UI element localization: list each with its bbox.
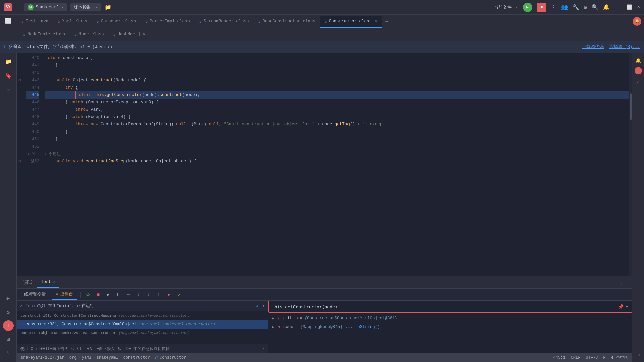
gutter-debug-453: ⛭ bbox=[17, 158, 23, 165]
path-constructor[interactable]: constructor bbox=[123, 355, 150, 360]
code-content[interactable]: return constructor; } public Object cons… bbox=[42, 53, 629, 276]
stop-button[interactable]: ■ bbox=[537, 3, 546, 12]
stack-frame-0[interactable]: construct:153, Constructor$ConstructMapp… bbox=[17, 311, 268, 320]
console-tab[interactable]: ● 控制台 bbox=[52, 289, 77, 300]
tab-streamreader-class[interactable]: ☕ StreamReader.class bbox=[195, 16, 254, 28]
menu-dots[interactable]: ⋮ bbox=[15, 4, 21, 11]
path-yaml[interactable]: yaml bbox=[82, 355, 92, 360]
var-expand-icon[interactable]: ▶ bbox=[272, 316, 274, 320]
indent-setting[interactable]: 4 个空格 bbox=[611, 355, 628, 361]
tab-composer-class[interactable]: ☕ Composer.class bbox=[92, 16, 141, 28]
var-expand-icon[interactable]: ▶ bbox=[272, 325, 274, 329]
notification-badge[interactable]: 🔔 bbox=[633, 17, 641, 26]
right-panel-btn[interactable]: ⊞ bbox=[634, 350, 643, 359]
more-actions-btn[interactable]: ⋮ bbox=[551, 4, 556, 11]
sidebar-toggle[interactable]: ⬜ bbox=[5, 18, 12, 24]
thread-dropdown-btn[interactable]: ▾ bbox=[262, 303, 265, 308]
right-checkmark-btn[interactable]: ✓ bbox=[634, 76, 643, 86]
debug-close-btn[interactable]: − bbox=[626, 280, 629, 285]
sidebar-bookmarks-btn[interactable]: 🔖 bbox=[2, 70, 14, 82]
project-selector[interactable]: SY SnakeYaml ▾ bbox=[24, 3, 67, 11]
debug-tabs-right: ⋮ − bbox=[619, 280, 629, 285]
editor-scrollbar[interactable] bbox=[629, 53, 632, 276]
tab-test-java[interactable]: ☕ Test.java bbox=[17, 16, 53, 28]
debug-pause-btn[interactable]: ⏸ bbox=[114, 291, 122, 299]
maximize-btn[interactable]: ⬜ bbox=[626, 4, 632, 10]
debug-breakpoint-btn[interactable]: ● bbox=[165, 291, 173, 299]
java-icon: ☕ bbox=[113, 32, 116, 37]
choose-source-link[interactable]: 选择源 (S)... bbox=[609, 44, 640, 50]
debug-tab-test[interactable]: Test × bbox=[37, 277, 59, 288]
tab-baseconstructor-class[interactable]: ☕ BaseConstructor.class bbox=[254, 16, 320, 28]
tab-yaml-class[interactable]: ☕ Yaml.class bbox=[53, 16, 92, 28]
hint-close-btn[interactable]: × bbox=[262, 347, 265, 351]
search-btn[interactable]: 🔍 bbox=[592, 4, 598, 11]
debug-tab-close[interactable]: × bbox=[53, 280, 55, 284]
sidebar-settings-btn[interactable]: ⚙ bbox=[2, 306, 14, 318]
thread-filter-btn[interactable]: ⊘ bbox=[255, 303, 258, 309]
path-org[interactable]: org bbox=[69, 355, 77, 360]
sidebar-more-btn[interactable]: ⋯ bbox=[2, 84, 14, 96]
tab-node-class[interactable]: ☕ Node.class bbox=[70, 29, 109, 41]
expr-dropdown-btn[interactable]: ▾ bbox=[626, 304, 628, 310]
stack-frame-1[interactable]: C construct:331, Constructor$ConstructYa… bbox=[17, 320, 268, 329]
debug-mute-btn[interactable]: ○ bbox=[175, 291, 183, 299]
debug-step-out-btn[interactable]: ↑ bbox=[155, 291, 163, 299]
gutter-icons: ⛭ ⛭ bbox=[17, 53, 23, 276]
notifications-btn[interactable]: 🔔 bbox=[603, 4, 610, 11]
tab-hashmap-java[interactable]: ☕ HashMap.java bbox=[109, 29, 153, 41]
frame-debug-icon: C bbox=[21, 323, 23, 326]
tools-btn[interactable]: 🔧 bbox=[573, 4, 579, 11]
path-class[interactable]: Constructor bbox=[160, 355, 186, 360]
expression-input[interactable] bbox=[272, 304, 618, 309]
download-source-link[interactable]: 下载源代码 bbox=[582, 44, 604, 50]
pin-expression-btn[interactable]: 📌 bbox=[618, 304, 624, 310]
folder-btn[interactable]: 📁 bbox=[105, 4, 111, 11]
path-jar[interactable]: snakeyaml-1.27.jar bbox=[21, 355, 64, 360]
version-control-btn[interactable]: 版本控制 ▾ bbox=[70, 3, 101, 11]
tab-parserimpl-class[interactable]: ☕ ParserImpl.class bbox=[141, 16, 195, 28]
debug-options-btn[interactable]: ⋮ bbox=[619, 280, 623, 285]
sidebar-notification-btn[interactable]: ! bbox=[3, 320, 14, 331]
var-row-node[interactable]: ▶ ⊟ node = {MappingNode@845} ... toStrin… bbox=[268, 323, 632, 331]
debug-resume-btn[interactable]: ▶ bbox=[104, 291, 112, 299]
tab-overflow-btn[interactable]: ⋯ bbox=[382, 18, 391, 25]
stack-frame-2[interactable]: constructObjectNoCheck:229, BaseConstruc… bbox=[17, 329, 268, 338]
debug-rerun-btn[interactable]: ⟳ bbox=[84, 291, 92, 299]
tostring-link[interactable]: toString() bbox=[355, 325, 380, 329]
debug-title: 调试 bbox=[20, 279, 36, 286]
code-line-444: try { bbox=[45, 84, 629, 91]
minimize-btn[interactable]: − bbox=[618, 4, 621, 10]
var-row-this[interactable]: ▶ {.} this = {Constructor$ConstructYamlO… bbox=[268, 314, 632, 323]
code-line-452 bbox=[45, 143, 629, 150]
class-icon: ☕ bbox=[97, 19, 99, 24]
line-ending[interactable]: CRLF bbox=[571, 355, 581, 360]
path-snakeyaml[interactable]: snakeyaml bbox=[97, 355, 118, 360]
cursor-position[interactable]: 445:1 bbox=[553, 355, 566, 360]
thread-status-text: "main"@1 在组"main": 正在运行 bbox=[25, 303, 94, 309]
right-badge[interactable]: ! bbox=[635, 67, 642, 74]
people-btn[interactable]: 👥 bbox=[561, 4, 568, 11]
expression-bar[interactable]: 📌 ▾ bbox=[268, 301, 632, 313]
close-btn[interactable]: × bbox=[637, 4, 640, 10]
debug-more-btn[interactable]: ⋮ bbox=[185, 291, 193, 299]
current-file-btn[interactable]: 当前文件 ▾ bbox=[494, 4, 518, 10]
tab-close-btn[interactable]: × bbox=[375, 19, 377, 23]
sidebar-terminal-btn[interactable]: ⊞ bbox=[2, 333, 14, 345]
right-notifications-btn[interactable]: 🔔 bbox=[634, 56, 643, 65]
tab-constructor-class[interactable]: ☕ Constructor.class × bbox=[320, 16, 382, 28]
sidebar-project-btn[interactable]: 📁 bbox=[2, 56, 14, 68]
run-button[interactable]: ▶ bbox=[523, 3, 532, 12]
plugin-btn[interactable]: ⚙ bbox=[584, 4, 587, 11]
code-editor[interactable]: ⛭ ⛭ 440 441 442 443 444 445 bbox=[17, 53, 632, 276]
debug-step-over-btn[interactable]: ↷ bbox=[124, 291, 132, 299]
scrollbar-thumb[interactable] bbox=[630, 93, 632, 120]
sidebar-run-btn[interactable]: ▶ bbox=[2, 292, 14, 304]
sidebar-git-btn[interactable]: ⑂ bbox=[2, 347, 14, 359]
threads-vars-tab[interactable]: 线程和变量 bbox=[20, 289, 50, 300]
debug-stop-btn[interactable]: ■ bbox=[94, 291, 102, 299]
encoding[interactable]: UTF-8 bbox=[586, 355, 598, 360]
debug-step-into2-btn[interactable]: ↓ bbox=[145, 291, 153, 299]
tab-nodetuple-class[interactable]: ☕ NodeTuple.class bbox=[18, 29, 70, 41]
debug-step-into-btn[interactable]: ↓ bbox=[135, 291, 143, 299]
